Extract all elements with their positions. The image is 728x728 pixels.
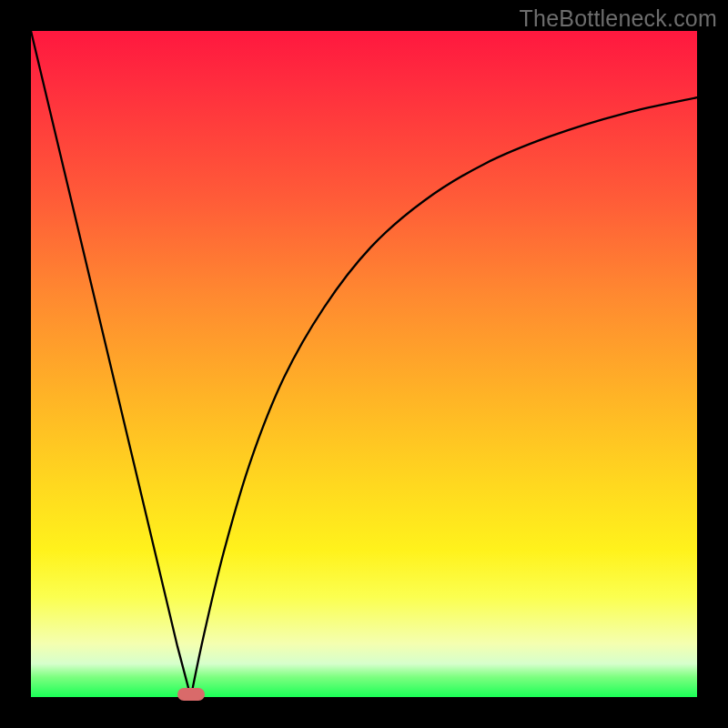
min-marker xyxy=(177,688,205,701)
watermark-text: TheBottleneck.com xyxy=(520,5,717,32)
plot-area xyxy=(31,31,697,697)
chart-frame: TheBottleneck.com xyxy=(0,0,728,728)
curve-left xyxy=(31,31,191,697)
curve-right xyxy=(191,97,697,697)
bottleneck-curve xyxy=(31,31,697,697)
